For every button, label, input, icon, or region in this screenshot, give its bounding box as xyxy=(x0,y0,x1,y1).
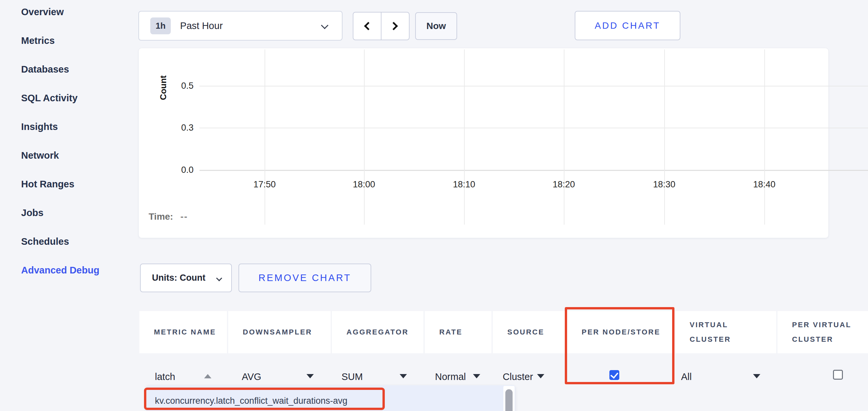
gridline-x-1800 xyxy=(364,49,365,225)
time-readout-value: -- xyxy=(180,211,188,222)
sidebar-item-network[interactable]: Network xyxy=(21,150,120,179)
sidebar-item-jobs[interactable]: Jobs xyxy=(21,207,120,236)
gridline-x-1810 xyxy=(464,49,465,225)
y-tick-label: 0.3 xyxy=(165,123,193,133)
column-header-per-virtual-cluster: PER VIRTUAL CLUSTER xyxy=(777,311,868,353)
dropdown-scrollbar-thumb[interactable] xyxy=(505,389,513,411)
rate-dropdown-icon[interactable] xyxy=(473,374,480,378)
prev-time-window-button[interactable] xyxy=(353,12,381,40)
remove-chart-button[interactable]: REMOVE CHART xyxy=(239,264,371,292)
per-virtual-cluster-checkbox[interactable] xyxy=(833,370,843,380)
sidebar-item-overview[interactable]: Overview xyxy=(21,7,120,35)
sidebar-item-schedules[interactable]: Schedules xyxy=(21,236,120,265)
sidebar-item-insights[interactable]: Insights xyxy=(21,122,120,150)
time-range-select[interactable]: 1h Past Hour xyxy=(138,11,342,41)
sidebar-item-metrics[interactable]: Metrics xyxy=(21,35,120,64)
chevron-down-icon xyxy=(321,22,329,29)
column-header-aggregator: AGGREGATOR xyxy=(332,311,424,353)
x-axis-line xyxy=(199,170,868,171)
metric-name-input[interactable]: latch xyxy=(155,371,175,382)
gridline-x-1820 xyxy=(564,49,564,225)
gridline-y-0.3 xyxy=(199,128,868,128)
per-node-store-checkbox[interactable] xyxy=(609,370,619,380)
time-range-label: Past Hour xyxy=(180,21,223,31)
x-tick-label: 18:20 xyxy=(541,179,587,190)
time-range-badge: 1h xyxy=(150,18,171,34)
column-header-rate: RATE xyxy=(425,311,492,353)
x-tick-label: 18:30 xyxy=(641,179,687,190)
column-header-source: SOURCE xyxy=(493,311,566,353)
gridline-x-1840 xyxy=(764,49,765,225)
sidebar-item-hot-ranges[interactable]: Hot Ranges xyxy=(21,179,120,207)
column-header-downsampler: DOWNSAMPLER xyxy=(228,311,331,353)
downsampler-select[interactable]: AVG xyxy=(242,371,261,382)
column-header-metric-name: METRIC NAME xyxy=(140,311,227,353)
virtual-cluster-dropdown-icon[interactable] xyxy=(753,374,760,378)
x-tick-label: 18:00 xyxy=(341,179,387,190)
now-button[interactable]: Now xyxy=(415,12,457,40)
time-readout-label: Time: xyxy=(149,211,173,222)
chevron-down-icon xyxy=(216,275,222,281)
metric-suggestions-dropdown: kv.concurrency.latch_conflict_wait_durat… xyxy=(146,385,515,411)
column-header-virtual-cluster: VIRTUAL CLUSTER xyxy=(675,311,776,353)
x-tick-label: 17:50 xyxy=(242,179,288,190)
advanced-debug-custom-chart-page: Overview Metrics Databases SQL Activity … xyxy=(0,0,868,411)
hover-time-readout: Time:-- xyxy=(149,211,188,222)
aggregator-dropdown-icon[interactable] xyxy=(400,374,407,378)
y-tick-label: 0.0 xyxy=(165,165,193,175)
gridline-x-1750 xyxy=(265,49,265,225)
gridline-y-0.5 xyxy=(199,86,868,87)
dropdown-scrollbar-track[interactable] xyxy=(503,386,515,411)
column-header-per-node-store: PER NODE/STORE xyxy=(567,311,674,353)
next-time-window-button[interactable] xyxy=(381,12,409,40)
chevron-right-icon xyxy=(390,22,398,30)
units-select[interactable]: Units: Count xyxy=(140,264,232,292)
time-window-arrows xyxy=(353,12,409,40)
x-tick-label: 18:10 xyxy=(441,179,487,190)
x-tick-label: 18:40 xyxy=(741,179,787,190)
y-tick-label: 0.5 xyxy=(165,81,193,91)
metric-name-dropdown-open-icon[interactable] xyxy=(204,374,211,378)
aggregator-select[interactable]: SUM xyxy=(342,371,363,382)
sidebar-item-advanced-debug[interactable]: Advanced Debug xyxy=(21,265,120,294)
metric-suggestion-item[interactable]: kv.concurrency.latch_conflict_wait_durat… xyxy=(155,392,498,410)
sidebar-item-databases[interactable]: Databases xyxy=(21,64,120,93)
sidebar-nav: Overview Metrics Databases SQL Activity … xyxy=(21,7,120,294)
chevron-left-icon xyxy=(364,22,372,30)
add-chart-button[interactable]: ADD CHART xyxy=(575,11,680,40)
downsampler-dropdown-icon[interactable] xyxy=(307,374,314,378)
gridline-x-1830 xyxy=(664,49,665,225)
units-select-label: Units: Count xyxy=(152,273,206,283)
source-dropdown-icon[interactable] xyxy=(537,374,544,378)
rate-select[interactable]: Normal xyxy=(435,371,466,382)
virtual-cluster-select[interactable]: All xyxy=(681,371,692,382)
custom-chart-panel: Count 0.5 0.3 0.0 17:50 18:00 18:10 18:2… xyxy=(138,48,829,238)
sidebar-item-sql-activity[interactable]: SQL Activity xyxy=(21,93,120,122)
source-select[interactable]: Cluster xyxy=(503,371,533,382)
